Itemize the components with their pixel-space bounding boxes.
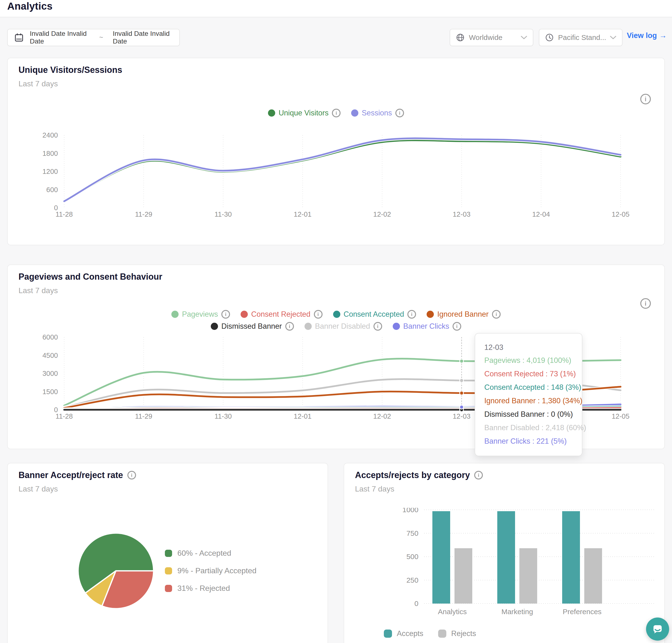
info-icon[interactable]: i [395, 109, 404, 117]
info-icon[interactable]: i [373, 322, 382, 331]
chat-bubble-icon [651, 623, 663, 635]
svg-text:12-03: 12-03 [452, 412, 470, 420]
legend-label: Unique Visitors [278, 109, 328, 117]
legend-dot [268, 109, 275, 117]
tooltip-row: Dismissed Banner : 0 (0%) [484, 408, 573, 421]
date-range-separator: ~ [99, 34, 103, 41]
svg-text:Marketing: Marketing [501, 608, 533, 616]
bar-legend-item-rejects[interactable]: Rejects [438, 629, 476, 638]
card-subtitle: Last 7 days [355, 485, 395, 494]
info-icon[interactable]: i [314, 310, 323, 319]
card-subtitle: Last 7 days [18, 80, 58, 88]
legend-item-banner-disabled[interactable]: Banner Disabledi [304, 322, 382, 331]
legend-item-pageviews[interactable]: Pageviewsi [171, 310, 230, 319]
info-icon[interactable]: i [221, 310, 230, 319]
legend-item-consent-accepted[interactable]: Consent Acceptedi [333, 310, 416, 319]
svg-text:0: 0 [54, 406, 58, 414]
legend-swatch [165, 567, 172, 574]
legend-dot [240, 311, 248, 318]
svg-text:500: 500 [407, 553, 419, 560]
info-icon[interactable]: i [285, 322, 294, 331]
legend-item-dismissed-banner[interactable]: Dismissed Banneri [211, 322, 294, 331]
svg-text:250: 250 [407, 576, 419, 584]
info-icon[interactable]: i [452, 322, 461, 331]
tooltip-row: Banner Disabled : 2,418 (60%) [484, 421, 573, 435]
date-range-picker[interactable]: Invalid Date Invalid Date ~ Invalid Date… [7, 29, 180, 46]
svg-text:0: 0 [414, 599, 419, 607]
category-bar-chart[interactable]: 02505007501000AnalyticsMarketingPreferen… [344, 508, 665, 628]
svg-text:6000: 6000 [42, 333, 58, 341]
card-subtitle: Last 7 days [18, 485, 58, 494]
region-select[interactable]: Worldwide [450, 29, 533, 46]
card-title: Banner Accept/reject rate i [18, 470, 136, 480]
svg-text:4500: 4500 [42, 352, 58, 359]
tooltip-row: Pageviews : 4,019 (100%) [484, 354, 573, 367]
legend-dot [427, 311, 434, 318]
card-subtitle: Last 7 days [18, 286, 58, 295]
svg-text:750: 750 [407, 529, 419, 537]
tooltip-row: Ignored Banner : 1,380 (34%) [484, 394, 573, 408]
svg-text:12-01: 12-01 [294, 412, 311, 420]
legend-label: Ignored Banner [437, 310, 489, 319]
legend-label: Sessions [362, 109, 392, 117]
info-icon[interactable]: i [640, 298, 651, 309]
calendar-icon [14, 33, 24, 42]
region-select-value: Worldwide [469, 34, 502, 41]
legend-item-banner-clicks[interactable]: Banner Clicksi [393, 322, 461, 331]
card-title: Pageviews and Consent Behaviour [18, 272, 162, 282]
tooltip-row: Banner Clicks : 221 (5%) [484, 435, 573, 448]
date-range-end: Invalid Date Invalid Date [113, 30, 173, 45]
pie-legend: 60% - Accepted9% - Partially Accepted31%… [165, 549, 257, 593]
card-title: Unique Visitors/Sessions [18, 65, 122, 75]
header-bar [0, 0, 672, 17]
svg-text:2400: 2400 [42, 131, 58, 139]
tooltip-row: Consent Rejected : 73 (1%) [484, 367, 573, 381]
legend-label: Consent Accepted [344, 310, 404, 319]
svg-text:1200: 1200 [42, 168, 58, 175]
tooltip-row: Consent Accepted : 148 (3%) [484, 381, 573, 394]
svg-text:12-02: 12-02 [373, 412, 391, 420]
svg-text:12-05: 12-05 [612, 412, 630, 420]
legend-item-sessions[interactable]: Sessionsi [351, 109, 404, 117]
chat-widget-button[interactable] [646, 618, 669, 641]
arrow-right-icon: → [659, 31, 667, 40]
legend-dot [333, 311, 340, 318]
svg-text:12-05: 12-05 [612, 210, 630, 218]
view-log-link[interactable]: View log → [627, 31, 667, 40]
page-title: Analytics [7, 0, 53, 12]
svg-text:11-28: 11-28 [55, 412, 73, 420]
info-icon[interactable]: i [492, 310, 501, 319]
svg-text:12-02: 12-02 [373, 210, 391, 218]
bar-legend-item-accepts[interactable]: Accepts [384, 629, 423, 638]
card-accepts-rejects-category: Accepts/rejects by category i Last 7 day… [344, 463, 665, 643]
globe-icon [456, 33, 464, 42]
chart-legend: PageviewsiConsent RejectediConsent Accep… [8, 309, 664, 332]
legend-label: Banner Disabled [315, 322, 370, 331]
legend-item-consent-rejected[interactable]: Consent Rejectedi [240, 310, 322, 319]
chevron-down-icon [521, 36, 527, 39]
bar-legend: AcceptsRejects [384, 629, 476, 638]
legend-item-ignored-banner[interactable]: Ignored Banneri [427, 310, 501, 319]
legend-label: Consent Rejected [251, 310, 310, 319]
svg-text:0: 0 [54, 204, 58, 211]
info-icon[interactable]: i [474, 471, 483, 480]
info-icon[interactable]: i [332, 109, 340, 117]
legend-item-unique-visitors[interactable]: Unique Visitorsi [268, 109, 340, 117]
chart-legend: Unique VisitorsiSessionsi [8, 108, 664, 119]
legend-dot [351, 109, 358, 117]
tooltip-date: 12-03 [484, 341, 573, 354]
legend-dot [171, 311, 178, 318]
legend-swatch [438, 630, 446, 638]
legend-label: Accepts [397, 629, 423, 638]
legend-label: Dismissed Banner [221, 322, 282, 331]
info-icon[interactable]: i [407, 310, 416, 319]
info-icon[interactable]: i [127, 471, 136, 480]
view-log-label: View log [627, 31, 657, 40]
info-icon[interactable]: i [640, 94, 651, 104]
legend-label: 31% - Rejected [177, 584, 230, 593]
legend-label: Pageviews [182, 310, 218, 319]
visitors-sessions-line-chart[interactable]: 11-2811-2911-3012-0112-0212-0312-0412-05… [8, 129, 665, 225]
pie-legend-item-rejected: 31% - Rejected [165, 584, 257, 593]
timezone-select[interactable]: Pacific Stand... [539, 29, 622, 46]
svg-text:12-03: 12-03 [452, 210, 470, 218]
